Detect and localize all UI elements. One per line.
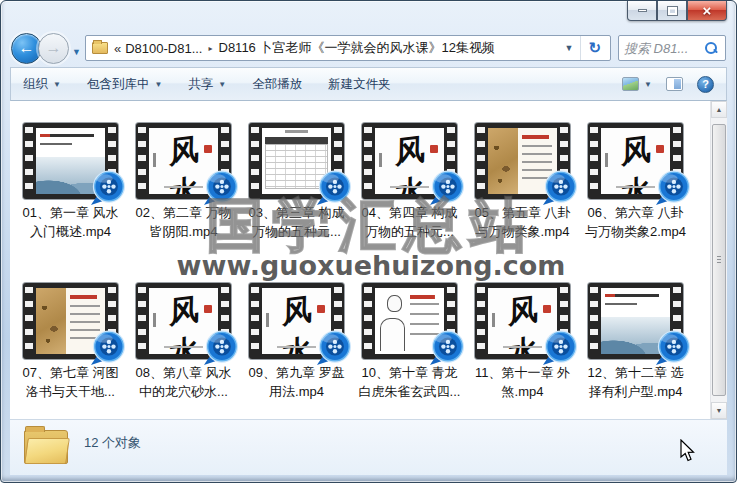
- file-name[interactable]: 08、第八章 风水 中的龙穴砂水...: [135, 363, 231, 401]
- file-name[interactable]: 02、第二章 万物 皆阴阳.mp4: [135, 203, 231, 241]
- media-player-badge-icon: [315, 330, 353, 366]
- breadcrumb-separator-icon[interactable]: ▸: [208, 44, 212, 53]
- refresh-icon[interactable]: ↻: [580, 36, 608, 60]
- chevron-down-icon: ▼: [53, 80, 61, 89]
- media-player-badge-icon: [202, 330, 240, 366]
- video-filmstrip-thumbnail[interactable]: 风水: [588, 123, 683, 199]
- toolbar-share[interactable]: 共享▼: [188, 76, 226, 93]
- file-name[interactable]: 04、第四章 构成 万物的五种元...: [361, 203, 457, 241]
- preview-pane-button[interactable]: [666, 77, 683, 91]
- vertical-scrollbar: ▲ ▼: [710, 101, 727, 419]
- media-player-badge-icon: [428, 170, 466, 206]
- media-player-badge-icon: [315, 170, 353, 206]
- video-filmstrip-thumbnail[interactable]: [23, 123, 118, 199]
- media-player-badge-icon: [654, 170, 692, 206]
- file-name[interactable]: 07、第七章 河图 洛书与天干地...: [22, 363, 118, 401]
- file-name[interactable]: 10、第十章 青龙 白虎朱雀玄武四...: [359, 363, 461, 401]
- file-name[interactable]: 09、第九章 罗盘 用法.mp4: [248, 363, 344, 401]
- video-filmstrip-thumbnail[interactable]: [588, 283, 683, 359]
- file-item[interactable]: 风水 06、第六章 八卦 与万物类象2.: [579, 123, 692, 283]
- file-item[interactable]: 05、第五章 八卦 与万物类象.mp4: [466, 123, 579, 283]
- file-name[interactable]: 05、第五章 八卦 与万物类象.mp4: [474, 203, 570, 241]
- forward-arrow-icon: →: [46, 39, 62, 57]
- video-filmstrip-thumbnail[interactable]: [249, 123, 344, 199]
- file-name[interactable]: 11、第十一章 外 煞.mp4: [475, 363, 570, 401]
- video-filmstrip-thumbnail[interactable]: 风水: [249, 283, 344, 359]
- navigation-bar: ← → ▼ « D8100-D81... ▸ D8116 卜宫老师《一学就会的风…: [11, 32, 726, 64]
- back-arrow-icon: ←: [19, 39, 35, 57]
- video-filmstrip-thumbnail[interactable]: [362, 283, 457, 359]
- video-filmstrip-thumbnail[interactable]: 风水: [475, 283, 570, 359]
- media-player-badge-icon: [202, 170, 240, 206]
- media-player-badge-icon: [654, 330, 692, 366]
- toolbar-include-in-library[interactable]: 包含到库中▼: [87, 76, 162, 93]
- toolbar-play-all[interactable]: 全部播放: [252, 76, 302, 93]
- minimize-button[interactable]: [627, 1, 657, 21]
- caption-button-group: ×: [627, 1, 727, 21]
- video-filmstrip-thumbnail[interactable]: 风水: [136, 123, 231, 199]
- video-filmstrip-thumbnail[interactable]: [23, 283, 118, 359]
- file-item[interactable]: 10、第十章 青龙 白虎朱雀玄武四...: [353, 283, 466, 419]
- media-player-badge-icon: [89, 330, 127, 366]
- search-icon[interactable]: [704, 41, 718, 55]
- file-item[interactable]: 风水 09、第九章 罗盘 用法.mp4: [240, 283, 353, 419]
- scrollbar-thumb[interactable]: [712, 124, 726, 396]
- breadcrumb-current-folder[interactable]: D8116 卜宫老师《一学就会的风水课》12集视频: [219, 39, 495, 57]
- item-count-label: 12 个对象: [84, 434, 141, 452]
- video-filmstrip-thumbnail[interactable]: [475, 123, 570, 199]
- media-player-badge-icon: [541, 330, 579, 366]
- file-item[interactable]: 12、第十二章 选 择有利户型.mp4: [579, 283, 692, 419]
- file-item[interactable]: 风水 08、第八章 风水 中的龙穴砂水.: [127, 283, 240, 419]
- help-button[interactable]: ?: [697, 76, 714, 93]
- folder-icon: [24, 426, 68, 464]
- video-filmstrip-thumbnail[interactable]: 风水: [362, 123, 457, 199]
- toolbar-right-icons: ▼ ?: [622, 76, 714, 93]
- breadcrumb-overflow-chevron[interactable]: «: [114, 41, 121, 56]
- minimize-icon: [638, 9, 647, 12]
- file-item[interactable]: 07、第七章 河图 洛书与天干地...: [14, 283, 127, 419]
- close-icon: ×: [703, 3, 712, 18]
- close-button[interactable]: ×: [687, 1, 727, 21]
- chevron-down-icon: ▼: [218, 80, 226, 89]
- video-filmstrip-thumbnail[interactable]: 风水: [136, 283, 231, 359]
- toolbar-new-folder[interactable]: 新建文件夹: [328, 76, 391, 93]
- chevron-down-icon: ▼: [154, 80, 162, 89]
- file-item[interactable]: 风水 04、第四章 构成 万物的五种元.: [353, 123, 466, 283]
- chevron-down-icon: ▼: [644, 80, 652, 89]
- file-name[interactable]: 01、第一章 风水 入门概述.mp4: [22, 203, 118, 241]
- maximize-icon: [668, 7, 677, 15]
- forward-button[interactable]: →: [38, 33, 69, 64]
- media-player-badge-icon: [541, 170, 579, 206]
- status-bar: 12 个对象: [10, 419, 727, 475]
- command-toolbar: 组织▼ 包含到库中▼ 共享▼ 全部播放 新建文件夹 ▼ ?: [10, 67, 727, 101]
- address-bar[interactable]: « D8100-D81... ▸ D8116 卜宫老师《一学就会的风水课》12集…: [85, 35, 611, 61]
- file-name[interactable]: 12、第十二章 选 择有利户型.mp4: [587, 363, 683, 401]
- maximize-button[interactable]: [657, 1, 687, 21]
- scroll-up-button[interactable]: ▲: [711, 101, 727, 118]
- search-input[interactable]: [624, 41, 704, 56]
- file-item[interactable]: 风水 02、第二章 万物 皆阴阳.mp4: [127, 123, 240, 283]
- file-grid: 01、第一章 风水 入门概述.mp4 风水: [14, 123, 708, 419]
- toolbar-organize[interactable]: 组织▼: [23, 76, 61, 93]
- scroll-down-button[interactable]: ▼: [711, 402, 727, 419]
- folder-icon: [92, 42, 108, 54]
- media-player-badge-icon: [89, 170, 127, 206]
- file-item[interactable]: 01、第一章 风水 入门概述.mp4: [14, 123, 127, 283]
- explorer-window: × ← → ▼ « D8100-D81... ▸ D8116 卜宫老师《一学就会…: [0, 0, 737, 483]
- breadcrumb-parent[interactable]: D8100-D81...: [125, 41, 202, 56]
- views-icon: [622, 77, 639, 91]
- file-name[interactable]: 06、第六章 八卦 与万物类象2.mp4: [585, 203, 686, 241]
- change-view-button[interactable]: ▼: [622, 77, 652, 91]
- file-name[interactable]: 03、第三章 构成 万物的五种元...: [248, 203, 344, 241]
- file-item[interactable]: 03、第三章 构成 万物的五种元...: [240, 123, 353, 283]
- file-item[interactable]: 风水 11、第十一章 外 煞.mp4: [466, 283, 579, 419]
- recent-pages-dropdown[interactable]: ▼: [72, 47, 81, 57]
- media-player-badge-icon: [428, 330, 466, 366]
- file-list-area: 01、第一章 风水 入门概述.mp4 风水: [10, 101, 727, 419]
- address-dropdown-icon[interactable]: ▼: [558, 36, 581, 60]
- search-box: [618, 35, 726, 61]
